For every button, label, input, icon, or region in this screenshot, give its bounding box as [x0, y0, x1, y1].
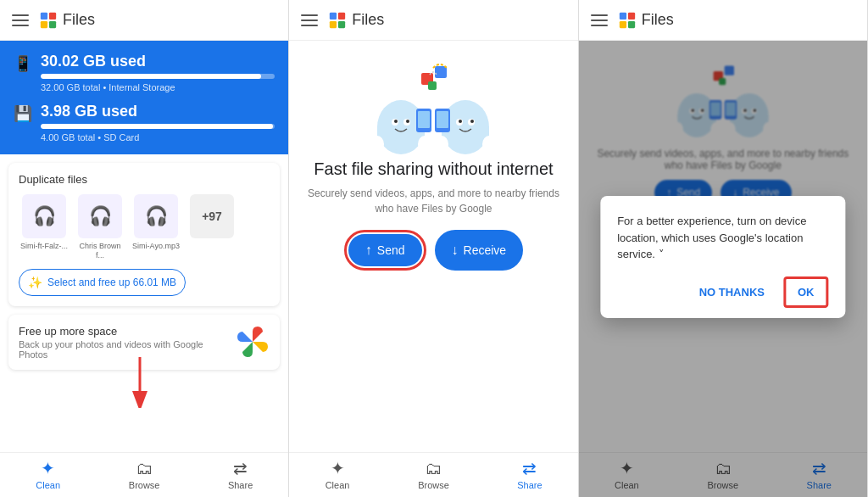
storage-section: 📱 30.02 GB used 32.00 GB total • Interna…: [0, 41, 288, 154]
svg-point-28: [459, 120, 462, 123]
menu-icon-2[interactable]: [301, 14, 318, 26]
send-up-arrow-icon-2: ↑: [365, 243, 372, 258]
dup-file-icon-0: 🎧: [22, 194, 66, 238]
share-buttons-2: ↑ Send ↓ Receive: [303, 230, 564, 271]
svg-point-23: [435, 136, 448, 153]
dialog-text: For a better experience, turn on device …: [617, 213, 828, 263]
nav-clean-2[interactable]: ✦ Clean: [312, 458, 363, 490]
app-title-wrap-2: Files: [328, 11, 384, 30]
svg-point-17: [394, 120, 398, 123]
receive-label-2: Receive: [464, 243, 507, 257]
sd-total: 4.00 GB total • SD Card: [41, 132, 275, 142]
svg-rect-20: [418, 111, 430, 128]
svg-rect-8: [330, 20, 337, 27]
app-title-2: Files: [352, 11, 384, 29]
clean-label-2: Clean: [326, 480, 350, 490]
browse-label-2: Browse: [418, 480, 449, 490]
browse-label-1: Browse: [129, 480, 160, 490]
receive-button-2[interactable]: ↓ Receive: [435, 230, 524, 271]
sd-storage-item: 💾 3.98 GB used 4.00 GB total • SD Card: [14, 103, 275, 142]
nav-share-2[interactable]: ⇄ Share: [504, 458, 555, 490]
app-title-wrap-1: Files: [39, 11, 95, 30]
dup-file-name-1: Chris Brown f...: [75, 242, 125, 260]
internal-bar: [41, 74, 275, 79]
internal-storage-info: 30.02 GB used 32.00 GB total • Internal …: [41, 53, 275, 92]
svg-point-25: [482, 136, 496, 153]
sd-bar: [41, 124, 275, 129]
panel-2: Files: [289, 0, 578, 497]
share-icon-2: ⇄: [522, 458, 537, 478]
dup-files-grid: 🎧 Simi-ft-Falz-... 🎧 Chris Brown f... 🎧 …: [19, 194, 270, 260]
share-desc-2: Securely send videos, apps, and more to …: [303, 186, 564, 216]
panel3-content: Securely send videos, apps, and more to …: [579, 41, 867, 497]
svg-point-13: [394, 136, 408, 153]
ok-button[interactable]: OK: [783, 276, 829, 307]
top-bar-1: Files: [0, 0, 288, 41]
dup-file-item-3[interactable]: +97: [186, 194, 237, 260]
send-button-2[interactable]: ↑ Send: [348, 234, 422, 266]
dup-file-item-1[interactable]: 🎧 Chris Brown f...: [75, 194, 125, 260]
svg-rect-34: [428, 81, 437, 90]
dup-file-name-0: Simi-ft-Falz-...: [20, 242, 68, 251]
svg-point-14: [418, 136, 431, 153]
nav-browse-2[interactable]: 🗂 Browse: [408, 459, 459, 490]
files-logo-3: [618, 11, 637, 30]
svg-point-24: [459, 136, 472, 153]
internal-storage-item: 📱 30.02 GB used 32.00 GB total • Interna…: [14, 53, 275, 92]
nav-share-1[interactable]: ⇄ Share: [215, 458, 266, 490]
svg-point-29: [470, 120, 474, 123]
clean-label-1: Clean: [36, 480, 60, 490]
share-title: Fast file sharing without internet: [314, 159, 553, 179]
svg-rect-35: [619, 12, 626, 19]
duplicate-files-card: Duplicate files 🎧 Simi-ft-Falz-... 🎧 Chr…: [8, 163, 280, 306]
photos-logo: [236, 325, 270, 359]
svg-point-18: [406, 120, 409, 123]
dup-file-item-2[interactable]: 🎧 Simi-Ayo.mp3: [131, 194, 181, 260]
clean-icon-2: ✦: [331, 458, 345, 478]
svg-rect-7: [338, 12, 345, 19]
svg-rect-31: [437, 111, 448, 128]
svg-rect-0: [41, 12, 47, 19]
browse-icon-1: 🗂: [136, 459, 153, 478]
send-btn-wrap: ↑ Send: [344, 230, 426, 271]
top-bar-2: Files: [289, 0, 577, 41]
send-label-2: Send: [377, 243, 405, 257]
nav-browse-1[interactable]: 🗂 Browse: [119, 459, 170, 490]
free-space-title: Free up more space: [19, 325, 227, 338]
select-free-label: Select and free up 66.01 MB: [47, 276, 176, 288]
browse-icon-2: 🗂: [425, 459, 442, 478]
top-bar-3: Files: [579, 0, 867, 41]
internal-used: 30.02 GB used: [41, 53, 275, 70]
app-title-3: Files: [642, 11, 674, 29]
share-illustration: [365, 58, 501, 159]
svg-rect-36: [628, 12, 635, 19]
app-title-wrap-3: Files: [618, 11, 674, 30]
sd-used: 3.98 GB used: [41, 103, 275, 120]
dialog-actions: NO THANKS OK: [617, 276, 828, 307]
nav-clean-1[interactable]: ✦ Clean: [23, 458, 74, 490]
svg-rect-38: [628, 20, 635, 27]
sd-storage-info: 3.98 GB used 4.00 GB total • SD Card: [41, 103, 275, 142]
bottom-nav-1: ✦ Clean 🗂 Browse ⇄ Share: [0, 452, 288, 497]
svg-rect-3: [49, 20, 56, 27]
menu-icon-1[interactable]: [12, 14, 29, 26]
svg-rect-6: [330, 12, 337, 19]
free-space-card[interactable]: Free up more space Back up your photos a…: [8, 315, 280, 370]
select-free-button[interactable]: ✨ Select and free up 66.01 MB: [19, 269, 186, 296]
internal-total: 32.00 GB total • Internal Storage: [41, 82, 275, 92]
free-space-text: Free up more space Back up your photos a…: [19, 325, 227, 360]
dup-file-item-0[interactable]: 🎧 Simi-ft-Falz-...: [19, 194, 70, 260]
files-logo-1: [39, 11, 58, 30]
menu-icon-3[interactable]: [591, 14, 608, 26]
no-thanks-button[interactable]: NO THANKS: [687, 276, 776, 307]
svg-rect-37: [619, 20, 626, 27]
dup-file-name-2: Simi-Ayo.mp3: [132, 242, 180, 251]
duplicate-title: Duplicate files: [19, 173, 270, 186]
internal-bar-fill: [41, 74, 261, 79]
svg-point-12: [370, 136, 384, 153]
svg-rect-9: [338, 20, 345, 27]
app-title-1: Files: [63, 11, 95, 29]
panel1-scroll: Duplicate files 🎧 Simi-ft-Falz-... 🎧 Chr…: [0, 154, 288, 452]
sparkle-icon: ✨: [28, 276, 42, 289]
share-screen: Fast file sharing without internet Secur…: [289, 41, 577, 452]
